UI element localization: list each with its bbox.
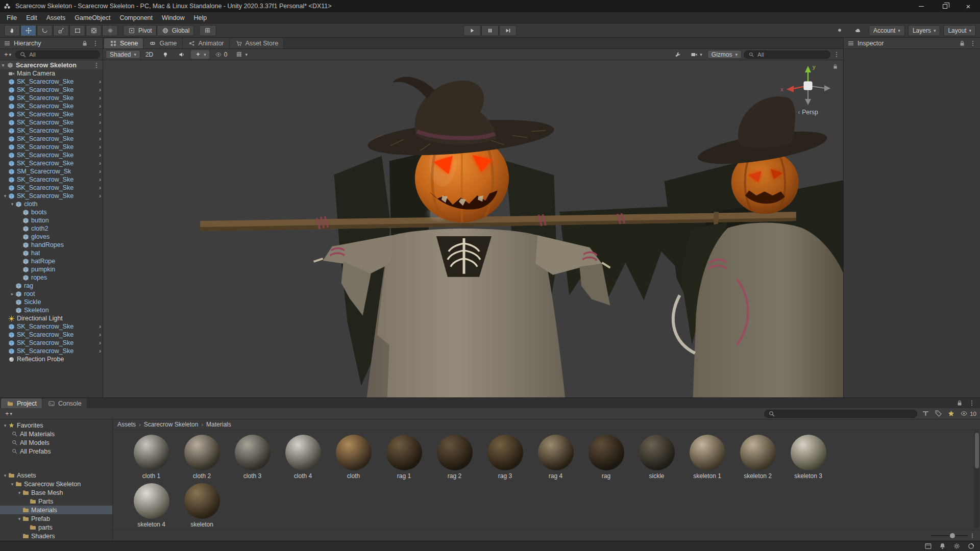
collapse-icon[interactable]: ▾ — [2, 193, 8, 198]
prefab-open-arrow[interactable]: › — [99, 103, 101, 110]
gizmos-dropdown[interactable]: Gizmos ▾ — [707, 50, 742, 59]
effects-dropdown[interactable]: ▾ — [191, 50, 209, 59]
account-dropdown[interactable]: Account▾ — [869, 25, 905, 36]
tab-asset-store[interactable]: Asset Store — [230, 38, 284, 48]
activity-icon[interactable] — [967, 542, 975, 550]
kebab-menu-icon[interactable] — [968, 399, 976, 407]
search-by-type-icon[interactable] — [921, 410, 929, 418]
scene-header-row[interactable]: ▾ Scarecrow Skeleton — [0, 61, 103, 69]
prefab-open-arrow[interactable]: › — [99, 168, 101, 175]
prefab-open-arrow[interactable]: › — [99, 176, 101, 183]
hierarchy-item[interactable]: Skeleton — [0, 306, 103, 314]
scene-search-input[interactable]: All — [744, 51, 830, 59]
scrollbar-thumb[interactable] — [975, 433, 979, 468]
hierarchy-item[interactable]: SK_Scarecrow_Ske› — [0, 151, 103, 159]
prefab-open-arrow[interactable]: › — [99, 78, 101, 85]
collapse-icon[interactable]: ▾ — [9, 482, 15, 487]
prefab-open-arrow[interactable]: › — [99, 86, 101, 93]
slider-knob[interactable] — [950, 533, 955, 538]
hierarchy-item[interactable]: Directional Light — [0, 314, 103, 322]
window-icon[interactable] — [924, 542, 932, 550]
hierarchy-item[interactable]: SK_Scarecrow_Ske› — [0, 78, 103, 86]
hierarchy-item[interactable]: gloves — [0, 233, 103, 241]
material-item[interactable]: cloth 2 — [177, 435, 227, 480]
play-button[interactable] — [463, 25, 481, 36]
favorites-item-all-materials[interactable]: All Materials — [0, 430, 112, 438]
favorites-root[interactable]: ▾Favorites — [0, 421, 112, 430]
prefab-open-arrow[interactable]: › — [99, 192, 101, 199]
prefab-open-arrow[interactable]: › — [99, 143, 101, 151]
lock-icon[interactable] — [955, 399, 964, 407]
prefab-open-arrow[interactable]: › — [99, 111, 101, 118]
material-item[interactable]: rag — [581, 435, 631, 480]
material-item[interactable]: skeleton 1 — [682, 435, 732, 480]
hierarchy-item[interactable]: ▾cloth — [0, 200, 103, 208]
hierarchy-item[interactable]: pumpkin — [0, 265, 103, 273]
folder-item-scarecrow-skeleton[interactable]: ▾Scarecrow Skeleton — [0, 480, 112, 488]
tab-project[interactable]: Project — [1, 398, 42, 408]
material-item[interactable]: skeleton 2 — [732, 435, 783, 480]
material-item[interactable]: rag 4 — [530, 435, 581, 480]
version-control-button[interactable] — [832, 25, 847, 36]
hierarchy-item[interactable]: SK_Scarecrow_Ske› — [0, 331, 103, 339]
step-button[interactable] — [499, 25, 517, 36]
collapse-icon[interactable]: ▾ — [2, 473, 8, 478]
hierarchy-item[interactable]: SK_Scarecrow_Ske› — [0, 176, 103, 184]
kebab-menu-icon[interactable] — [969, 39, 977, 47]
prefab-open-arrow[interactable]: › — [99, 331, 101, 338]
collapse-icon[interactable]: ▾ — [2, 423, 8, 428]
folder-item-prefab[interactable]: ▾Prefab — [0, 514, 112, 523]
hierarchy-item[interactable]: SK_Scarecrow_Ske› — [0, 347, 103, 355]
material-item[interactable]: cloth 1 — [126, 435, 177, 480]
hierarchy-item[interactable]: SK_Scarecrow_Ske› — [0, 86, 103, 94]
hierarchy-item[interactable]: SK_Scarecrow_Ske› — [0, 159, 103, 167]
material-item[interactable]: rag 3 — [480, 435, 530, 480]
tab-scene[interactable]: Scene — [104, 38, 143, 48]
collapse-icon[interactable]: ▾ — [16, 516, 22, 521]
hierarchy-item[interactable]: SK_Scarecrow_Ske› — [0, 184, 103, 192]
custom-tool[interactable] — [102, 25, 118, 36]
hierarchy-item[interactable]: Main Camera — [0, 69, 103, 78]
prefab-open-arrow[interactable]: › — [99, 339, 101, 346]
close-button[interactable]: × — [957, 0, 980, 12]
restore-button[interactable] — [933, 0, 957, 12]
collapse-icon[interactable]: ▾ — [9, 202, 15, 207]
menu-gameobject[interactable]: GameObject — [70, 12, 115, 23]
hierarchy-item[interactable]: hat — [0, 249, 103, 257]
hierarchy-item[interactable]: ▾SK_Scarecrow_Ske› — [0, 192, 103, 200]
layers-dropdown[interactable]: Layers▾ — [908, 25, 941, 36]
scene-visibility-toggle[interactable]: 0 — [211, 50, 231, 59]
orientation-gizmo[interactable]: y x ‹Persp — [776, 62, 840, 116]
pivot-toggle[interactable]: Pivot — [123, 25, 157, 36]
hierarchy-item[interactable]: handRopes — [0, 241, 103, 249]
projection-mode[interactable]: ‹Persp — [776, 109, 840, 116]
2d-toggle[interactable]: 2D — [142, 50, 156, 59]
hierarchy-item[interactable]: rag — [0, 282, 103, 290]
grid-scrollbar[interactable] — [974, 431, 979, 529]
hierarchy-item[interactable]: SK_Scarecrow_Ske› — [0, 143, 103, 151]
favorites-item-all-prefabs[interactable]: All Prefabs — [0, 447, 112, 456]
hierarchy-item[interactable]: SK_Scarecrow_Ske› — [0, 94, 103, 102]
prefab-open-arrow[interactable]: › — [99, 127, 101, 134]
folder-item-shaders[interactable]: Shaders — [0, 532, 112, 540]
menu-window[interactable]: Window — [157, 12, 189, 23]
hidden-packages-icon[interactable] — [960, 410, 968, 418]
material-item[interactable]: skeleton 3 — [783, 435, 834, 480]
lock-icon[interactable] — [81, 39, 89, 47]
lock-icon[interactable] — [831, 62, 839, 70]
material-item[interactable]: sickle — [631, 435, 682, 480]
hierarchy-item[interactable]: SK_Scarecrow_Ske› — [0, 102, 103, 110]
tab-animator[interactable]: Animator — [183, 38, 230, 48]
prefab-open-arrow[interactable]: › — [99, 135, 101, 142]
prefab-open-arrow[interactable]: › — [99, 184, 101, 191]
collapse-icon[interactable]: ▾ — [0, 63, 6, 68]
hierarchy-item[interactable]: ▸root — [0, 290, 103, 298]
pause-button[interactable] — [481, 25, 499, 36]
menu-help[interactable]: Help — [189, 12, 211, 23]
minimize-button[interactable] — [910, 0, 933, 12]
folder-item-parts[interactable]: Parts — [0, 497, 112, 506]
material-item[interactable]: cloth 4 — [278, 435, 328, 480]
hierarchy-search-input[interactable]: All — [15, 51, 100, 59]
save-search-icon[interactable] — [947, 410, 955, 418]
shading-mode-dropdown[interactable]: Shaded ▾ — [106, 50, 140, 59]
